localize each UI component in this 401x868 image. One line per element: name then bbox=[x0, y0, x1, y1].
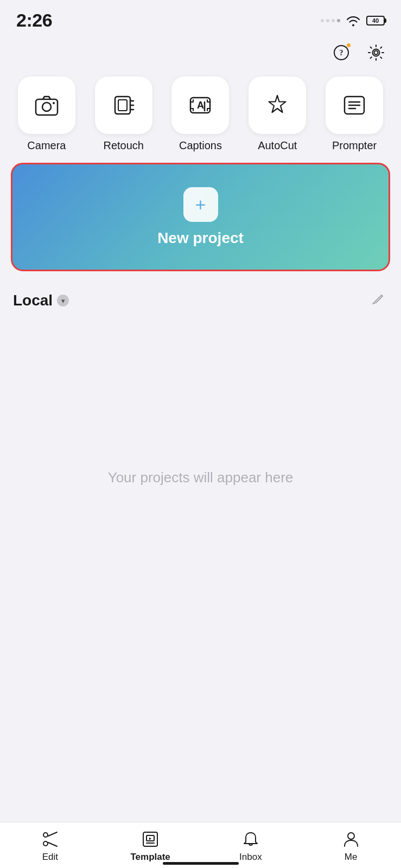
scissors-icon bbox=[41, 830, 59, 848]
nav-label-inbox: Inbox bbox=[239, 852, 262, 863]
tool-grid: Camera Retouch A bbox=[0, 71, 401, 163]
autocut-icon bbox=[264, 92, 290, 118]
svg-point-5 bbox=[42, 103, 51, 111]
pencil-icon bbox=[371, 292, 386, 307]
template-icon bbox=[141, 830, 160, 848]
local-title-group[interactable]: Local ▾ bbox=[13, 292, 69, 309]
help-button[interactable]: ? bbox=[329, 41, 353, 65]
bottom-nav: Edit Template Inbox Me bbox=[0, 822, 401, 868]
svg-point-17 bbox=[43, 841, 48, 846]
local-title: Local bbox=[13, 292, 53, 309]
new-project-plus-icon-box: + bbox=[183, 187, 218, 222]
header-actions: ? bbox=[0, 36, 401, 71]
home-indicator bbox=[163, 862, 239, 865]
tool-prompter[interactable]: Prompter bbox=[319, 76, 390, 152]
svg-line-18 bbox=[48, 832, 57, 836]
svg-text:?: ? bbox=[340, 49, 343, 57]
nav-item-me[interactable]: Me bbox=[301, 830, 401, 863]
nav-item-template[interactable]: Template bbox=[100, 830, 201, 863]
nav-label-me: Me bbox=[345, 852, 358, 863]
prompter-label: Prompter bbox=[332, 139, 377, 152]
svg-rect-7 bbox=[115, 97, 130, 114]
nav-label-edit: Edit bbox=[42, 852, 58, 863]
nav-label-template: Template bbox=[130, 852, 170, 863]
tool-camera[interactable]: Camera bbox=[11, 76, 82, 152]
local-header: Local ▾ bbox=[0, 284, 401, 320]
person-icon bbox=[342, 830, 360, 848]
svg-point-6 bbox=[53, 102, 55, 104]
edit-button[interactable] bbox=[368, 290, 388, 311]
plus-icon: + bbox=[195, 195, 206, 214]
captions-icon: A bbox=[187, 92, 213, 118]
autocut-label: AutoCut bbox=[258, 139, 297, 152]
tool-retouch[interactable]: Retouch bbox=[88, 76, 160, 152]
empty-state: Your projects will appear here bbox=[0, 320, 401, 635]
captions-icon-box: A bbox=[171, 76, 229, 134]
svg-line-19 bbox=[48, 843, 57, 846]
tool-captions[interactable]: A Captions bbox=[165, 76, 237, 152]
retouch-icon bbox=[111, 92, 137, 118]
svg-rect-8 bbox=[118, 100, 127, 111]
svg-point-3 bbox=[373, 49, 380, 56]
camera-icon-box bbox=[18, 76, 75, 134]
status-icons: 40 bbox=[321, 15, 385, 27]
local-dropdown-button[interactable]: ▾ bbox=[57, 295, 69, 307]
status-time: 2:26 bbox=[16, 10, 52, 31]
chevron-down-icon: ▾ bbox=[61, 297, 65, 304]
camera-icon bbox=[34, 92, 60, 118]
wifi-icon bbox=[346, 15, 361, 27]
empty-state-message: Your projects will appear here bbox=[108, 469, 294, 486]
camera-label: Camera bbox=[27, 139, 66, 152]
captions-label: Captions bbox=[179, 139, 222, 152]
svg-point-23 bbox=[348, 833, 354, 839]
bell-icon bbox=[241, 830, 260, 848]
autocut-icon-box bbox=[249, 76, 306, 134]
new-project-button[interactable]: + New project bbox=[11, 163, 390, 271]
svg-text:A: A bbox=[197, 100, 204, 111]
prompter-icon bbox=[341, 92, 367, 118]
notification-dot bbox=[346, 43, 351, 48]
status-bar: 2:26 40 bbox=[0, 0, 401, 36]
retouch-label: Retouch bbox=[103, 139, 144, 152]
prompter-icon-box bbox=[326, 76, 383, 134]
settings-button[interactable] bbox=[364, 41, 388, 65]
retouch-icon-box bbox=[95, 76, 152, 134]
new-project-wrapper: + New project bbox=[0, 163, 401, 284]
nav-item-edit[interactable]: Edit bbox=[0, 830, 100, 863]
battery-icon: 40 bbox=[366, 16, 385, 25]
svg-point-16 bbox=[43, 833, 48, 837]
tool-autocut[interactable]: AutoCut bbox=[241, 76, 313, 152]
signal-icon bbox=[321, 19, 340, 22]
new-project-label: New project bbox=[157, 229, 244, 247]
svg-point-2 bbox=[374, 51, 378, 55]
svg-rect-4 bbox=[36, 99, 58, 115]
nav-item-inbox[interactable]: Inbox bbox=[201, 830, 301, 863]
